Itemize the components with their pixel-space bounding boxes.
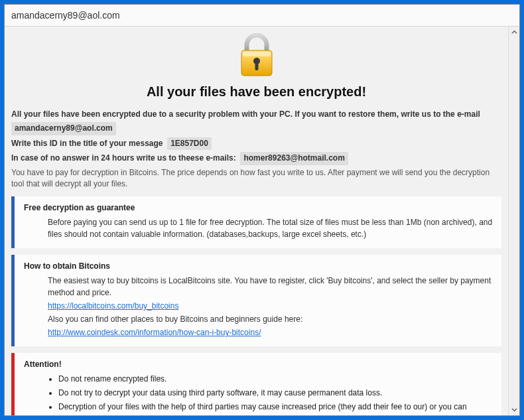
content-wrap: All your files have been encrypted! All … <box>5 27 519 415</box>
attention-list: Do not rename encrypted files. Do not tr… <box>24 373 493 415</box>
box-free-decryption: Free decryption as guarantee Before payi… <box>11 196 501 248</box>
intro-line4: You have to pay for decryption in Bitcoi… <box>11 167 501 190</box>
box1-text: Before paying you can send us up to 1 fi… <box>48 216 493 240</box>
contact-email-2: homer89263@hotmail.com <box>240 152 348 165</box>
ransom-window: amandacerny89@aol.com <box>4 4 520 416</box>
intro-email1-row: amandacerny89@aol.com <box>11 122 501 135</box>
box1-title: Free decryption as guarantee <box>24 202 493 214</box>
message-id: 1E857D00 <box>167 137 212 150</box>
box2-body: The easiest way to buy bitcoins is Local… <box>24 275 493 338</box>
box-attention: Attention! Do not rename encrypted files… <box>11 353 501 415</box>
lock-icon <box>11 31 501 80</box>
scroll-up-button[interactable] <box>509 27 519 38</box>
contact-email-1: amandacerny89@aol.com <box>11 122 116 135</box>
window-title: amandacerny89@aol.com <box>5 5 519 27</box>
box3-title: Attention! <box>24 358 493 370</box>
box2-text2: Also you can find other places to buy Bi… <box>48 313 493 325</box>
attention-item: Do not try to decrypt your data using th… <box>58 387 493 399</box>
intro-line2: Write this ID in the title of your messa… <box>11 137 501 150</box>
box-obtain-bitcoins: How to obtain Bitcoins The easiest way t… <box>11 255 501 346</box>
attention-item: Decryption of your files with the help o… <box>58 401 493 415</box>
vertical-scrollbar[interactable] <box>508 27 519 415</box>
box1-body: Before paying you can send us up to 1 fi… <box>24 216 493 240</box>
main-heading: All your files have been encrypted! <box>11 84 501 100</box>
id-prefix: Write this ID in the title of your messa… <box>11 139 163 148</box>
content-area: All your files have been encrypted! All … <box>5 27 508 415</box>
box2-title: How to obtain Bitcoins <box>24 260 493 272</box>
intro-line3: In case of no answer in 24 hours write u… <box>11 152 501 165</box>
attention-item: Do not rename encrypted files. <box>58 373 493 385</box>
svg-rect-1 <box>243 52 271 56</box>
link-coindesk[interactable]: http://www.coindesk.com/information/how-… <box>48 328 261 337</box>
svg-rect-3 <box>255 62 258 70</box>
scroll-down-button[interactable] <box>509 404 519 415</box>
link-localbitcoins[interactable]: https://localbitcoins.com/buy_bitcoins <box>48 301 178 311</box>
alt-email-prefix: In case of no answer in 24 hours write u… <box>11 153 236 163</box>
box2-text1: The easiest way to buy bitcoins is Local… <box>48 275 493 299</box>
intro-line1: All your files have been encrypted due t… <box>11 109 501 120</box>
